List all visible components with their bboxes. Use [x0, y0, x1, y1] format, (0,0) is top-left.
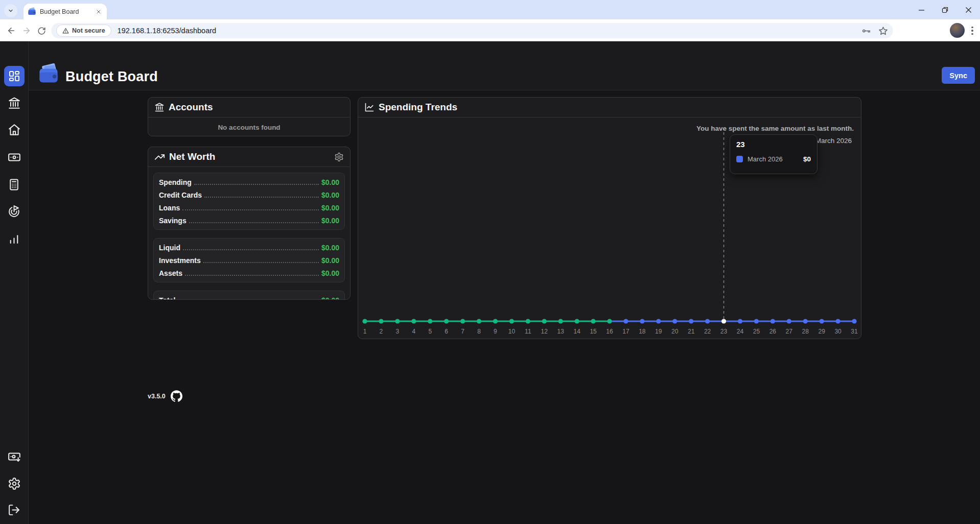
window-minimize-button[interactable]	[909, 0, 933, 19]
main-content: Accounts No accounts found Net Worth Spe…	[29, 90, 980, 524]
net-worth-value: $0.00	[321, 217, 339, 225]
profile-avatar[interactable]	[950, 23, 965, 38]
window-restore-button[interactable]	[933, 0, 956, 19]
bookmark-star-icon[interactable]	[878, 26, 888, 36]
chart-dot-day-14	[575, 319, 579, 323]
bar-chart-icon	[8, 232, 20, 245]
logout-icon	[8, 504, 20, 516]
dashboard-icon	[8, 70, 20, 82]
not-secure-chip[interactable]: Not secure	[56, 25, 111, 37]
svg-text:7: 7	[461, 328, 464, 335]
svg-text:29: 29	[818, 328, 825, 335]
forward-button[interactable]	[19, 23, 34, 38]
browser-menu-icon[interactable]	[968, 24, 977, 37]
net-worth-value: $0.00	[321, 178, 339, 186]
net-worth-label: Total	[159, 296, 175, 300]
sidebar-item-settings[interactable]	[5, 474, 24, 493]
svg-text:27: 27	[786, 328, 793, 335]
chart-dot-day-12	[542, 319, 547, 323]
svg-text:25: 25	[753, 328, 760, 335]
net-worth-row: Assets$0.00	[159, 267, 339, 279]
sidebar-item-goals[interactable]	[5, 202, 24, 220]
net-worth-row: Liquid$0.00	[159, 241, 339, 254]
net-worth-row: Spending$0.00	[159, 176, 339, 188]
chart-dot-day-23	[721, 319, 726, 323]
home-icon	[8, 123, 21, 136]
reload-button[interactable]	[34, 23, 49, 38]
banknote-down-icon	[8, 450, 21, 463]
trending-up-icon	[154, 152, 165, 162]
dotted-leader	[183, 249, 319, 250]
banknote-icon	[8, 151, 21, 164]
svg-text:19: 19	[655, 328, 662, 335]
browser-tab[interactable]: Budget Board	[24, 4, 107, 19]
chart-dot-day-2	[379, 319, 383, 323]
tooltip-series-label: March 2026	[748, 155, 783, 163]
sync-button[interactable]: Sync	[942, 67, 975, 84]
svg-text:13: 13	[557, 328, 565, 335]
svg-text:30: 30	[834, 328, 842, 335]
tab-search-button[interactable]	[4, 4, 17, 17]
dashboard-page: Budget Board Sync Accounts No accounts f…	[0, 41, 980, 524]
line-chart-icon	[364, 102, 375, 112]
net-worth-row: Credit Cards$0.00	[159, 188, 339, 201]
svg-text:28: 28	[802, 328, 809, 335]
tab-favicon-wallet-icon	[28, 7, 36, 16]
chart-dot-day-18	[640, 319, 644, 323]
sidebar-item-import[interactable]	[5, 447, 24, 466]
sidebar	[0, 41, 29, 524]
spending-trends-card-title: Spending Trends	[379, 102, 457, 113]
password-key-icon[interactable]	[861, 26, 871, 36]
back-button[interactable]	[4, 23, 18, 38]
svg-text:9: 9	[494, 328, 497, 335]
svg-text:31: 31	[851, 328, 858, 335]
chart-dot-day-22	[705, 319, 710, 323]
svg-text:4: 4	[412, 328, 415, 335]
not-secure-label: Not secure	[72, 27, 105, 34]
svg-text:1: 1	[363, 328, 367, 335]
chart-dot-day-10	[509, 319, 514, 323]
chart-dot-day-4	[411, 319, 416, 323]
sidebar-item-trends[interactable]	[5, 229, 24, 247]
svg-text:18: 18	[639, 328, 646, 335]
tab-close-icon[interactable]	[94, 7, 103, 16]
sidebar-item-accounts[interactable]	[5, 94, 24, 112]
window-close-button[interactable]	[956, 0, 980, 19]
sidebar-item-budgets[interactable]	[5, 175, 24, 194]
sidebar-item-dashboard[interactable]	[4, 66, 25, 86]
chart-tooltip: 23 March 2026 $0	[730, 134, 818, 174]
svg-text:23: 23	[720, 328, 728, 335]
dotted-leader	[182, 209, 319, 210]
svg-text:12: 12	[541, 328, 548, 335]
sidebar-item-home[interactable]	[5, 121, 24, 139]
url-bar[interactable]: Not secure 192.168.1.18:6253/dashboard	[51, 23, 893, 38]
net-worth-value: $0.00	[321, 191, 339, 199]
svg-text:22: 22	[704, 328, 711, 335]
budget-board-logo-wallet-icon	[38, 63, 59, 85]
gear-icon	[334, 152, 344, 162]
chevron-down-icon	[8, 8, 14, 14]
warning-icon	[62, 28, 69, 34]
sidebar-item-logout[interactable]	[5, 501, 24, 519]
dotted-leader	[204, 197, 319, 198]
svg-text:5: 5	[428, 328, 432, 335]
goal-icon	[8, 205, 20, 218]
svg-text:6: 6	[445, 328, 448, 335]
net-worth-settings-button[interactable]	[334, 152, 344, 162]
svg-text:15: 15	[590, 328, 597, 335]
chart-dot-day-31	[852, 319, 856, 323]
tooltip-value: $0	[803, 155, 811, 163]
github-icon[interactable]	[171, 390, 182, 402]
browser-toolbar: Not secure 192.168.1.18:6253/dashboard	[0, 19, 980, 41]
chart-dot-day-19	[656, 319, 661, 323]
chart-dot-day-16	[607, 319, 612, 323]
landmark-icon	[8, 97, 21, 110]
net-worth-card-title: Net Worth	[169, 151, 215, 162]
chart-dot-day-3	[395, 319, 400, 323]
sidebar-item-transactions[interactable]	[5, 148, 24, 166]
svg-text:17: 17	[622, 328, 629, 335]
svg-text:3: 3	[396, 328, 400, 335]
chart-dot-day-25	[754, 319, 759, 323]
net-worth-label: Loans	[159, 204, 180, 212]
chart-dot-day-17	[623, 319, 628, 323]
